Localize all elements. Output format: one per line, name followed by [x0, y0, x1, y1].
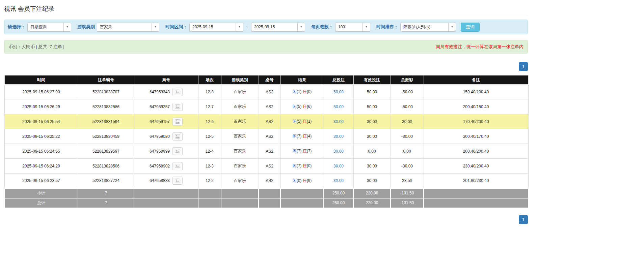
- cell-total-bet: 30.00: [324, 159, 353, 174]
- cell-valid-bet: 30.00: [353, 174, 391, 188]
- total-bet-link[interactable]: 30.00: [333, 164, 344, 168]
- cell-time: 2025-09-15 06:26:29: [4, 99, 78, 114]
- page-size-label: 每页笔数：: [311, 24, 333, 30]
- page-size-combobox[interactable]: ▼: [335, 23, 370, 32]
- combo-arrow-button[interactable]: ▼: [152, 23, 159, 31]
- cell-payout: -30.00: [391, 129, 424, 144]
- result-banker-score: (1): [307, 119, 312, 124]
- cell-payout: 28.50: [391, 174, 424, 188]
- cell-note: 170.40/200.40: [424, 114, 528, 129]
- table-body: 2025-09-15 06:27:03522813833707647959343…: [4, 85, 528, 188]
- cell-round-id: 647958999: [134, 144, 198, 159]
- result-player: 闲: [293, 149, 297, 153]
- video-replay-button[interactable]: [172, 132, 183, 141]
- cell-game-type: 百家乐: [221, 144, 259, 159]
- total-bet-link[interactable]: 30.00: [333, 149, 344, 154]
- combo-arrow-button[interactable]: ▼: [236, 23, 243, 31]
- round-number: 647958833: [150, 178, 170, 183]
- column-header: 注单编号: [78, 75, 134, 85]
- result-banker-score: (0): [307, 163, 312, 168]
- sort-order-input[interactable]: [401, 23, 448, 31]
- query-type-input[interactable]: [28, 23, 63, 31]
- table-row: 2025-09-15 06:27:03522813833707647959343…: [4, 85, 528, 99]
- cell-bet-id: 522813830459: [78, 129, 134, 144]
- result-banker: 庄: [303, 134, 307, 138]
- result-banker: 庄: [303, 119, 307, 124]
- cell-table-no: AS2: [259, 129, 280, 144]
- round-number: 647959080: [150, 134, 170, 139]
- combo-arrow-button[interactable]: ▼: [448, 23, 456, 31]
- total-bet-link[interactable]: 50.00: [333, 90, 344, 94]
- date-from-combobox[interactable]: ▼: [189, 23, 243, 32]
- date-to-input[interactable]: [251, 23, 297, 31]
- column-header: 局号: [134, 75, 198, 85]
- summary-count: 7: [78, 198, 134, 208]
- summary-label: 小计: [4, 188, 78, 198]
- query-type-combobox[interactable]: ▼: [27, 23, 71, 32]
- page-1-button[interactable]: 1: [519, 62, 528, 71]
- page-size-input[interactable]: [336, 23, 363, 31]
- video-icon: [175, 119, 180, 124]
- video-replay-button[interactable]: [172, 88, 183, 96]
- summary-totals-text: 币别：人民币 | 总共 :7 注单 |: [8, 44, 64, 50]
- result-banker: 庄: [303, 104, 307, 109]
- cell-bet-id: 522813833707: [78, 85, 134, 99]
- cell-valid-bet: 30.00: [353, 114, 391, 129]
- video-replay-button[interactable]: [172, 162, 183, 170]
- total-bet-link[interactable]: 30.00: [333, 178, 344, 183]
- result-player-score: (0): [297, 178, 302, 183]
- total-bet-link[interactable]: 30.00: [333, 119, 344, 124]
- cell-bet-id: 522813832586: [78, 99, 134, 114]
- round-number: 647959343: [150, 90, 170, 94]
- result-player-score: (5): [297, 104, 302, 109]
- cell-result: 闲(7) 庄(7): [280, 144, 324, 159]
- cell-bet-id: 522813829597: [78, 144, 134, 159]
- cell-table-no: AS2: [259, 114, 280, 129]
- sort-order-combobox[interactable]: ▼: [400, 23, 456, 32]
- combo-arrow-button[interactable]: ▼: [297, 23, 305, 31]
- date-from-input[interactable]: [190, 23, 236, 31]
- round-number: 647959157: [150, 119, 170, 124]
- total-bet-link[interactable]: 30.00: [333, 134, 344, 139]
- round-number: 647958999: [150, 149, 170, 154]
- table-row: 2025-09-15 06:25:22522813830459647959080…: [4, 129, 528, 144]
- cell-game-type: 百家乐: [221, 85, 259, 99]
- total-bet-link[interactable]: 50.00: [333, 104, 344, 109]
- video-replay-button[interactable]: [172, 103, 183, 111]
- round-number: 647959257: [150, 104, 170, 109]
- cell-total-bet: 30.00: [324, 114, 353, 129]
- cell-time: 2025-09-15 06:25:54: [4, 114, 78, 129]
- cell-note: 150.40/100.40: [424, 85, 528, 99]
- date-to-combobox[interactable]: ▼: [251, 23, 305, 32]
- cell-result: 闲(0) 庄(9): [280, 174, 324, 188]
- game-type-label: 游戏类别: [77, 24, 95, 30]
- chevron-down-icon: ▼: [238, 26, 241, 28]
- video-replay-button[interactable]: [172, 118, 183, 126]
- video-icon: [175, 179, 180, 183]
- summary-warning-text: 同局有效投注，统一计算在该局第一张注单内: [436, 44, 524, 50]
- search-button[interactable]: 查询: [461, 23, 480, 32]
- cell-valid-bet: 0.00: [353, 144, 391, 159]
- game-type-combobox[interactable]: ▼: [97, 23, 159, 32]
- cell-note: 201.90/230.40: [424, 174, 528, 188]
- column-header: 有效投注: [353, 75, 391, 85]
- filter-bar: 请选择： ▼ 游戏类别 ▼ 时间区间： ▼ ~ ▼ 每页笔数： ▼ 时间排序： …: [4, 20, 528, 34]
- chevron-down-icon: ▼: [154, 26, 157, 28]
- pagination-bottom: 1: [4, 215, 528, 224]
- game-type-input[interactable]: [97, 23, 152, 31]
- column-header: 结果: [280, 75, 324, 85]
- video-replay-button[interactable]: [172, 177, 183, 185]
- cell-table-no: AS2: [259, 85, 280, 99]
- result-player-score: (5): [297, 119, 302, 124]
- cell-note: 230.40/200.40: [424, 159, 528, 174]
- result-player: 闲: [293, 134, 297, 138]
- table-footer: 小计7250.00220.00-101.50总计7250.00220.00-10…: [4, 188, 528, 208]
- summary-valid-bet: 220.00: [353, 188, 391, 198]
- combo-arrow-button[interactable]: ▼: [63, 23, 71, 31]
- cell-game-type: 百家乐: [221, 159, 259, 174]
- video-replay-button[interactable]: [172, 147, 183, 155]
- cell-result: 闲(5) 庄(1): [280, 114, 324, 129]
- page-1-button[interactable]: 1: [519, 215, 528, 224]
- combo-arrow-button[interactable]: ▼: [363, 23, 370, 31]
- page-title: 视讯 会员下注纪录: [4, 5, 528, 16]
